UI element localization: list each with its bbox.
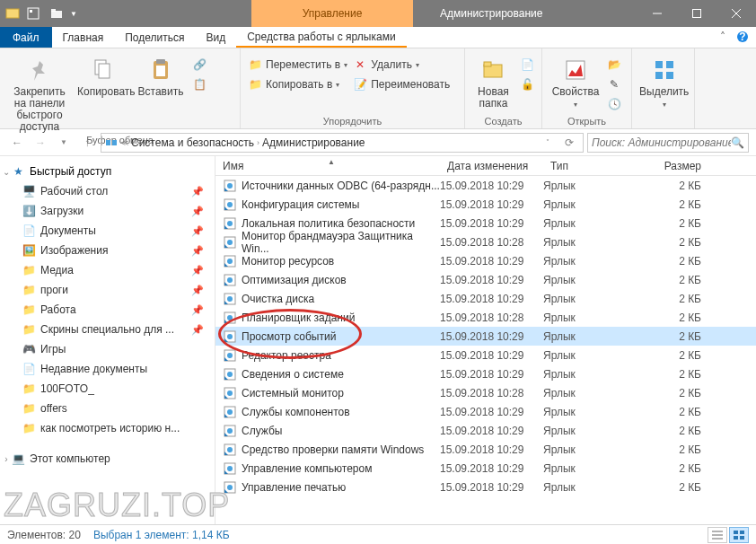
address-bar: ← → ▼ ↑ ≪ Система и безопасность › Админ… [0, 129, 756, 156]
file-row[interactable]: Монитор ресурсов 15.09.2018 10:29 Ярлык … [215, 251, 756, 270]
nav-item[interactable]: 📁offers [0, 399, 215, 418]
file-row[interactable]: Монитор брандмауэра Защитника Win... 15.… [215, 233, 756, 251]
easy-access-button[interactable]: 🔓 [520, 75, 534, 93]
file-row[interactable]: Средство проверки памяти Windows 15.09.2… [215, 440, 756, 459]
svg-rect-20 [666, 61, 673, 68]
column-name[interactable]: Имя▲ [215, 160, 440, 172]
open-button[interactable]: 📂 [607, 56, 621, 74]
new-folder-button[interactable]: Новая папка [472, 52, 514, 110]
tab-share[interactable]: Поделиться [114, 27, 195, 48]
edit-button[interactable]: ✎ [607, 75, 621, 93]
file-row[interactable]: Просмотр событий 15.09.2018 10:29 Ярлык … [215, 327, 756, 346]
search-icon[interactable]: 🔍 [731, 136, 744, 149]
nav-quick-access[interactable]: ⌄ ★ Быстрый доступ [0, 162, 215, 181]
search-input[interactable] [592, 136, 731, 149]
file-row[interactable]: Службы компонентов 15.09.2018 10:29 Ярлы… [215, 402, 756, 421]
file-row[interactable]: Источники данных ODBC (64-разрядн... 15.… [215, 176, 756, 195]
copy-path-button[interactable]: 🔗 [192, 56, 207, 74]
select-button[interactable]: Выделить▾ [639, 52, 689, 110]
properties-button[interactable]: Свойства▾ [549, 52, 602, 110]
file-name: Просмотр событий [242, 330, 336, 343]
rename-button[interactable]: 📝Переименовать [353, 75, 450, 93]
back-button[interactable]: ← [7, 133, 27, 153]
paste-button[interactable]: Вставить [135, 52, 187, 98]
svg-rect-62 [734, 531, 738, 534]
nav-item[interactable]: 📄Документы📌 [0, 221, 215, 241]
expand-icon[interactable]: ⌄ [2, 167, 11, 177]
minimize-button[interactable] [637, 0, 677, 27]
shortcut-file-icon [223, 311, 237, 325]
file-row[interactable]: Управление компьютером 15.09.2018 10:29 … [215, 459, 756, 478]
chevron-icon[interactable]: ≪ [120, 138, 128, 147]
tab-file[interactable]: Файл [0, 27, 52, 48]
ribbon-collapse-icon[interactable]: ˄ [715, 29, 731, 45]
file-row[interactable]: Управление печатью 15.09.2018 10:29 Ярлы… [215, 478, 756, 496]
paste-shortcut-button[interactable]: 📋 [192, 75, 207, 93]
help-icon[interactable]: ? [734, 29, 751, 45]
breadcrumb-root-icon[interactable] [105, 136, 118, 149]
file-row[interactable]: Оптимизация дисков 15.09.2018 10:29 Ярлы… [215, 270, 756, 289]
qat-newfolder-icon[interactable] [47, 4, 66, 23]
file-row[interactable]: Очистка диска 15.09.2018 10:29 Ярлык 2 К… [215, 289, 756, 308]
nav-item[interactable]: 📁Работа📌 [0, 300, 215, 320]
nav-item-label: Игры [40, 343, 66, 355]
view-large-button[interactable] [729, 527, 749, 543]
move-to-button[interactable]: 📁Переместить в▾ [248, 56, 347, 74]
nav-item[interactable]: 🖥️Рабочий стол📌 [0, 181, 215, 201]
qat-properties-icon[interactable] [23, 4, 43, 23]
nav-item[interactable]: 📁Скрины специально для ...📌 [0, 320, 215, 339]
delete-button[interactable]: ✕Удалить▾ [353, 56, 450, 74]
chevron-icon[interactable]: › [257, 138, 259, 147]
nav-item[interactable]: 📁как посмотреть историю н... [0, 418, 215, 438]
file-row[interactable]: Редактор реестра 15.09.2018 10:29 Ярлык … [215, 346, 756, 364]
copy-to-button[interactable]: 📁Копировать в▾ [248, 75, 347, 93]
pin-quickaccess-button[interactable]: Закрепить на панели быстрого доступа [7, 52, 72, 133]
file-type: Ярлык [543, 462, 649, 475]
file-row[interactable]: Сведения о системе 15.09.2018 10:29 Ярлы… [215, 364, 756, 383]
nav-this-pc[interactable]: › 💻 Этот компьютер [0, 449, 215, 469]
tab-home[interactable]: Главная [52, 27, 115, 48]
tab-view[interactable]: Вид [195, 27, 236, 48]
file-row[interactable]: Планировщик заданий 15.09.2018 10:28 Ярл… [215, 308, 756, 327]
up-button[interactable]: ↑ [77, 133, 97, 153]
breadcrumb-seg-1[interactable]: Система и безопасность [131, 136, 254, 149]
nav-item[interactable]: 📄Недавние документы [0, 359, 215, 379]
view-details-button[interactable] [708, 527, 727, 543]
breadcrumb-seg-2[interactable]: Администрирование [262, 136, 365, 149]
column-date[interactable]: Дата изменения [440, 160, 543, 172]
search-box[interactable]: 🔍 [587, 133, 749, 153]
file-size: 2 КБ [649, 462, 712, 475]
maximize-button[interactable] [677, 0, 716, 27]
file-row[interactable]: Службы 15.09.2018 10:29 Ярлык 2 КБ [215, 421, 756, 440]
pin-indicator-icon: 📌 [191, 225, 204, 237]
nav-item[interactable]: 📁100FOTO_ [0, 379, 215, 399]
file-row[interactable]: Конфигурация системы 15.09.2018 10:29 Яр… [215, 195, 756, 214]
group-organize-label: Упорядочить [248, 116, 457, 127]
forward-button[interactable]: → [31, 133, 50, 153]
nav-item[interactable]: 🖼️Изображения📌 [0, 241, 215, 260]
column-type[interactable]: Тип [543, 160, 649, 172]
nav-item-label: 100FOTO_ [40, 382, 94, 395]
refresh-button[interactable]: ⟳ [559, 133, 579, 153]
qat-dropdown-icon[interactable]: ▼ [70, 0, 77, 27]
tab-shortcut-tools[interactable]: Средства работы с ярлыками [236, 27, 406, 48]
svg-rect-23 [106, 140, 110, 145]
nav-item[interactable]: ⬇️Загрузки📌 [0, 201, 215, 221]
nav-item[interactable]: 📁Медиа📌 [0, 260, 215, 280]
expand-icon[interactable]: › [2, 454, 11, 464]
new-item-button[interactable]: 📄 [520, 56, 534, 74]
recent-dropdown-icon[interactable]: ▼ [54, 133, 74, 153]
close-button[interactable] [716, 0, 756, 27]
address-dropdown-icon[interactable]: ˅ [538, 133, 558, 153]
history-button[interactable]: 🕓 [607, 95, 621, 113]
copy-button[interactable]: Копировать [77, 52, 129, 98]
nav-item[interactable]: 📁проги📌 [0, 280, 215, 300]
file-type: Ярлык [543, 311, 649, 324]
column-size[interactable]: Размер [649, 160, 712, 172]
file-row[interactable]: Системный монитор 15.09.2018 10:28 Ярлык… [215, 383, 756, 402]
file-size: 2 КБ [649, 198, 712, 211]
svg-rect-15 [156, 66, 165, 76]
folder-icon: 📁 [22, 303, 36, 317]
breadcrumb[interactable]: ≪ Система и безопасность › Администриров… [101, 133, 584, 153]
nav-item[interactable]: 🎮Игры [0, 339, 215, 359]
